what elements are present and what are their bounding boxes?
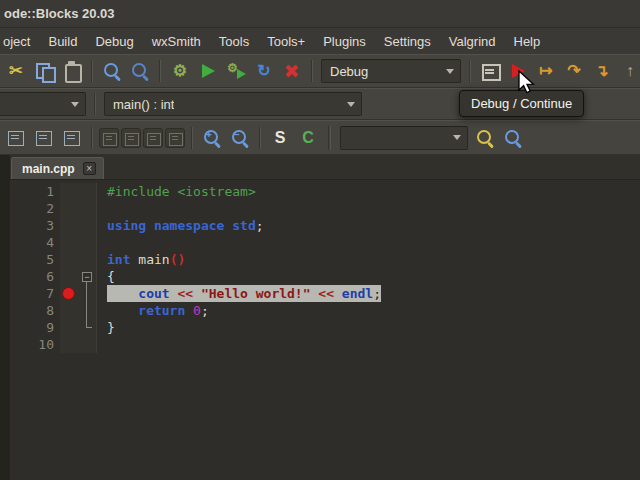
menu-item-oject[interactable]: oject [0, 28, 39, 54]
build-icon: ⚙ [170, 61, 190, 81]
code-text: } [97, 319, 115, 336]
goto-declaration-button[interactable] [31, 125, 57, 151]
breakpoint-margin[interactable] [60, 200, 78, 217]
abort-button[interactable] [279, 58, 305, 84]
cut-button[interactable]: ✂ [3, 58, 29, 84]
tab-label: main.cpp [22, 162, 75, 176]
menu-item-plugins[interactable]: Plugins [314, 28, 375, 54]
menu-item-build[interactable]: Build [39, 28, 86, 54]
build-target-combobox[interactable]: Debug [321, 59, 461, 83]
unfold-all-icon [123, 130, 139, 146]
chevron-down-icon [347, 102, 355, 107]
line-number[interactable]: 8 [10, 302, 60, 319]
step-out-icon: ↑ [620, 61, 640, 81]
window-title-bar[interactable]: ode::Blocks 20.03 [0, 0, 640, 28]
line-number[interactable]: 7 [10, 285, 60, 302]
fold-margin[interactable] [78, 217, 97, 234]
next-line-button[interactable]: ↷ [561, 58, 587, 84]
prev-bookmark-button[interactable] [143, 128, 163, 148]
toolbar-separator [159, 60, 161, 82]
scope-combobox[interactable] [0, 92, 86, 116]
fold-margin[interactable] [78, 302, 97, 319]
chevron-down-icon [453, 135, 461, 140]
menu-item-valgrind[interactable]: Valgrind [440, 28, 505, 54]
code-text [97, 200, 107, 217]
fold-margin[interactable] [78, 251, 97, 268]
fold-margin[interactable] [78, 183, 97, 200]
next-bookmark-button[interactable] [165, 128, 185, 148]
fold-margin[interactable] [78, 200, 97, 217]
toolbar-separator [91, 127, 93, 149]
menu-item-settings[interactable]: Settings [375, 28, 440, 54]
highlight-occurrences-button[interactable] [472, 125, 498, 151]
fold-all-button[interactable] [99, 128, 119, 148]
line-number[interactable]: 2 [10, 200, 60, 217]
step-out-button[interactable]: ↑ [617, 58, 640, 84]
code-editor[interactable]: 1#include <iostream>23using namespace st… [10, 180, 640, 480]
find-button[interactable] [99, 58, 125, 84]
step-into-button[interactable]: ↴ [589, 58, 615, 84]
breakpoint-margin[interactable] [60, 319, 78, 336]
line-number[interactable]: 4 [10, 234, 60, 251]
fold-margin[interactable] [78, 234, 97, 251]
menu-item-tools[interactable]: Tools [210, 28, 258, 54]
code-line: 6−{ [10, 268, 640, 285]
breakpoint-icon[interactable] [62, 287, 75, 300]
line-number[interactable]: 9 [10, 319, 60, 336]
fold-margin[interactable]: − [78, 268, 97, 285]
cut-icon: ✂ [6, 61, 26, 81]
breakpoint-margin[interactable] [60, 268, 78, 285]
fold-margin[interactable] [78, 336, 97, 353]
toolbar-separator [328, 126, 331, 150]
goto-declaration-icon [34, 128, 54, 148]
breakpoint-margin[interactable] [60, 336, 78, 353]
paste-icon [62, 61, 82, 81]
fold-collapse-icon[interactable]: − [82, 272, 92, 282]
find-icon [102, 61, 122, 81]
breakpoint-margin[interactable] [60, 183, 78, 200]
goto-implementation-button[interactable] [59, 125, 85, 151]
unfold-all-button[interactable] [121, 128, 141, 148]
window-title: ode::Blocks 20.03 [4, 6, 115, 21]
fold-all-icon [101, 130, 117, 146]
menu-item-help[interactable]: Help [505, 28, 550, 54]
zoom-out-button[interactable]: − [227, 125, 253, 151]
breakpoint-margin[interactable] [60, 285, 78, 302]
line-number[interactable]: 3 [10, 217, 60, 234]
tab-close-icon[interactable]: × [83, 162, 96, 175]
fold-margin[interactable] [78, 319, 97, 336]
menu-item-tools[interactable]: Tools+ [258, 28, 314, 54]
debugging-windows-button[interactable] [477, 58, 503, 84]
insert-snippet-button[interactable]: S [267, 125, 293, 151]
build-and-run-button[interactable]: ⚙ [223, 58, 249, 84]
rebuild-button[interactable]: ↻ [251, 58, 277, 84]
toolbar-separator [191, 127, 193, 149]
run-button[interactable] [195, 58, 221, 84]
tab-main-cpp[interactable]: main.cpp × [11, 157, 104, 179]
fold-margin[interactable] [78, 285, 97, 302]
line-number[interactable]: 10 [10, 336, 60, 353]
menu-item-wxsmith[interactable]: wxSmith [143, 28, 210, 54]
build-button[interactable]: ⚙ [167, 58, 193, 84]
copy-button[interactable] [31, 58, 57, 84]
comment-button[interactable]: C [295, 125, 321, 151]
code-line: 9} [10, 319, 640, 336]
abort-icon [282, 61, 302, 81]
swap-header-source-button[interactable] [3, 125, 29, 151]
breakpoint-margin[interactable] [60, 251, 78, 268]
run-to-cursor-icon: ↦ [536, 61, 556, 81]
paste-button[interactable] [59, 58, 85, 84]
incremental-search-combobox[interactable] [340, 126, 468, 150]
line-number[interactable]: 1 [10, 183, 60, 200]
line-number[interactable]: 6 [10, 268, 60, 285]
find-in-files-button[interactable] [127, 58, 153, 84]
breakpoint-margin[interactable] [60, 217, 78, 234]
function-combobox[interactable]: main() : int [104, 92, 362, 116]
incremental-search-button[interactable] [500, 125, 526, 151]
zoom-in-button[interactable]: + [199, 125, 225, 151]
menu-item-debug[interactable]: Debug [86, 28, 142, 54]
chevron-down-icon [71, 102, 79, 107]
line-number[interactable]: 5 [10, 251, 60, 268]
breakpoint-margin[interactable] [60, 302, 78, 319]
breakpoint-margin[interactable] [60, 234, 78, 251]
